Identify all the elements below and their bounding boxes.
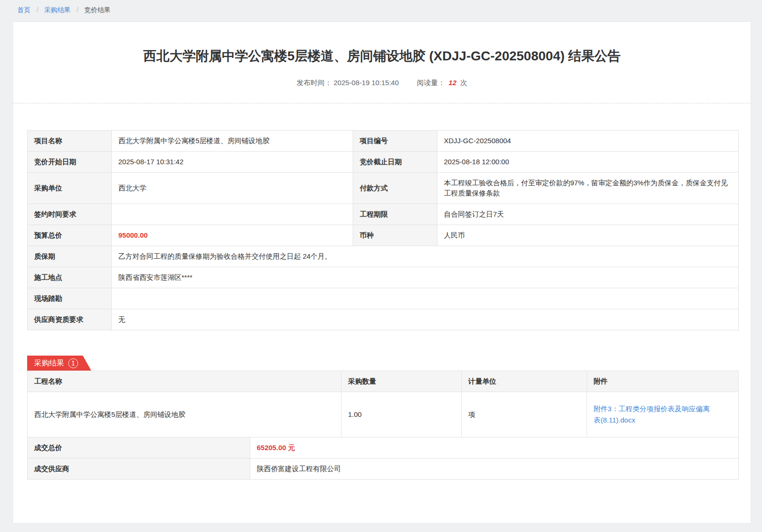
total-price-label: 成交总价 [28, 437, 250, 459]
project-name-column-header: 工程名称 [28, 371, 341, 392]
total-price-amount: 65205.00 [257, 444, 286, 452]
warranty-value: 乙方对合同工程的质量保修期为验收合格并交付使用之日起 24个月。 [112, 246, 739, 267]
payment-method-label: 付款方式 [353, 173, 437, 204]
budget-amount: 95000.00 [118, 231, 148, 239]
tab-procurement-result-label: 采购结果 [34, 358, 64, 368]
breadcrumb-current-page: 竞价结果 [84, 6, 110, 14]
table-row: 采购单位 西北大学 付款方式 本工程竣工验收合格后，付至审定价款的97%，留审定… [28, 173, 739, 204]
attachment-download-link[interactable]: 附件3：工程类分项报价表及响应偏离表(8.11).docx [594, 403, 711, 426]
budget-value: 95000.00 [112, 225, 353, 246]
table-row: 供应商资质要求 无 [28, 309, 739, 330]
views-label: 阅读量： [417, 79, 445, 87]
unit-column-header: 计量单位 [462, 371, 587, 392]
site-survey-value [112, 288, 739, 309]
result-attachment-cell: 附件3：工程类分项报价表及响应偏离表(8.11).docx [587, 392, 739, 437]
table-row: 签约时间要求 工程期限 自合同签订之日7天 [28, 204, 739, 225]
winning-supplier-value: 陕西侨富建设工程有限公司 [250, 459, 739, 480]
quantity-column-header: 采购数量 [341, 371, 462, 392]
project-duration-value: 自合同签订之日7天 [437, 204, 739, 225]
result-data-row: 西北大学附属中学公寓楼5层楼道、房间铺设地胶 1.00 项 附件3：工程类分项报… [28, 392, 739, 437]
breadcrumb-home-link[interactable]: 首页 [17, 6, 30, 14]
project-number-label: 项目编号 [353, 131, 437, 152]
currency-label: 币种 [353, 225, 437, 246]
project-name-label: 项目名称 [28, 131, 112, 152]
supplier-qualification-label: 供应商资质要求 [28, 309, 112, 330]
views-unit: 次 [460, 79, 467, 87]
publish-time-label: 发布时间： [297, 79, 332, 87]
table-row: 现场踏勘 [28, 288, 739, 309]
procurement-result-table: 工程名称 采购数量 计量单位 附件 西北大学附属中学公寓楼5层楼道、房间铺设地胶… [27, 371, 739, 480]
construction-site-value: 陕西省西安市莲湖区**** [112, 267, 739, 288]
total-price-unit: 元 [288, 444, 295, 452]
publish-time-value: 2025-08-19 10:15:40 [334, 79, 399, 87]
result-project-name: 西北大学附属中学公寓楼5层楼道、房间铺设地胶 [28, 392, 341, 437]
project-name-value: 西北大学附属中学公寓楼5层楼道、房间铺设地胶 [112, 131, 353, 152]
bid-start-value: 2025-08-17 10:31:42 [112, 152, 353, 173]
total-price-row: 成交总价 65205.00 元 [28, 437, 739, 459]
table-row: 项目名称 西北大学附属中学公寓楼5层楼道、房间铺设地胶 项目编号 XDJJ-GC… [28, 131, 739, 152]
warranty-label: 质保期 [28, 246, 112, 267]
publish-meta: 发布时间： 2025-08-19 10:15:40 阅读量： 12 次 [13, 79, 751, 87]
table-row: 竞价开始日期 2025-08-17 10:31:42 竞价截止日期 2025-0… [28, 152, 739, 173]
project-info-table: 项目名称 西北大学附属中学公寓楼5层楼道、房间铺设地胶 项目编号 XDJJ-GC… [27, 130, 739, 330]
total-price-value: 65205.00 元 [250, 437, 739, 459]
tab-procurement-result: 采购结果 1 [27, 356, 91, 371]
purchaser-label: 采购单位 [28, 173, 112, 204]
bid-end-value: 2025-08-18 12:00:00 [437, 152, 739, 173]
table-row: 施工地点 陕西省西安市莲湖区**** [28, 267, 739, 288]
breadcrumb-separator: / [36, 6, 38, 14]
result-quantity: 1.00 [341, 392, 462, 437]
breadcrumb-procurement-results-link[interactable]: 采购结果 [44, 6, 71, 14]
announcement-card: 西北大学附属中学公寓楼5层楼道、房间铺设地胶 (XDJJ-GC-20250800… [13, 22, 751, 524]
views-count: 12 [449, 79, 457, 87]
breadcrumb: 首页 / 采购结果 / 竞价结果 [0, 0, 762, 22]
result-count-badge: 1 [68, 358, 78, 368]
budget-label: 预算总价 [28, 225, 112, 246]
bid-end-label: 竞价截止日期 [353, 152, 437, 173]
result-header-row: 工程名称 采购数量 计量单位 附件 [28, 371, 739, 392]
table-row: 预算总价 95000.00 币种 人民币 [28, 225, 739, 246]
project-number-value: XDJJ-GC-202508004 [437, 131, 739, 152]
table-row: 质保期 乙方对合同工程的质量保修期为验收合格并交付使用之日起 24个月。 [28, 246, 739, 267]
breadcrumb-separator: / [77, 6, 79, 14]
attachment-column-header: 附件 [587, 371, 739, 392]
payment-method-value: 本工程竣工验收合格后，付至审定价款的97%，留审定金额的3%作为质保金，质保金支… [437, 173, 739, 204]
purchaser-value: 西北大学 [112, 173, 353, 204]
site-survey-label: 现场踏勘 [28, 288, 112, 309]
signing-time-value [112, 204, 353, 225]
project-duration-label: 工程期限 [353, 204, 437, 225]
result-unit: 项 [462, 392, 587, 437]
construction-site-label: 施工地点 [28, 267, 112, 288]
page-title: 西北大学附属中学公寓楼5层楼道、房间铺设地胶 (XDJJ-GC-20250800… [32, 48, 732, 65]
currency-value: 人民币 [437, 225, 739, 246]
supplier-qualification-value: 无 [112, 309, 739, 330]
signing-time-label: 签约时间要求 [28, 204, 112, 225]
section-divider [13, 103, 751, 103]
winning-supplier-label: 成交供应商 [28, 459, 250, 480]
bid-start-label: 竞价开始日期 [28, 152, 112, 173]
winning-supplier-row: 成交供应商 陕西侨富建设工程有限公司 [28, 459, 739, 480]
